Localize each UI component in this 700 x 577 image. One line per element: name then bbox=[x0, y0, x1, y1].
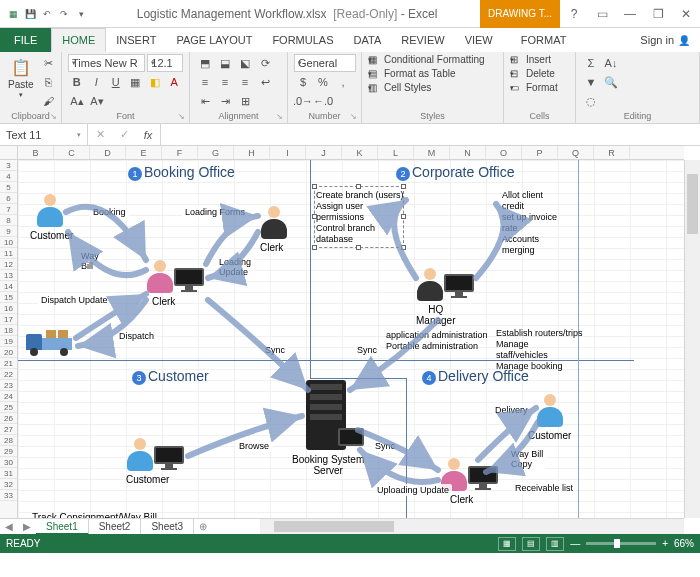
tab-formulas[interactable]: FORMULAS bbox=[262, 28, 343, 52]
orientation-icon[interactable]: ⟳ bbox=[256, 54, 274, 72]
group-font: Times New R▾ 12.1▾ B I U ▦ ◧ A A▴ A▾ Fon… bbox=[62, 52, 190, 123]
launcher-icon[interactable]: ↘ bbox=[276, 112, 283, 121]
increase-decimal-icon[interactable]: .0→ bbox=[294, 92, 312, 110]
row-headers[interactable]: 3456789101112131415161718192021222324252… bbox=[0, 160, 18, 534]
wrap-text-icon[interactable]: ↩ bbox=[256, 73, 274, 91]
name-box[interactable]: Text 11▾ bbox=[0, 124, 88, 145]
align-top-icon[interactable]: ⬒ bbox=[196, 54, 214, 72]
sheet-nav-prev-icon[interactable]: ◀ bbox=[0, 521, 18, 532]
sheet-tab-1[interactable]: Sheet1 bbox=[36, 519, 89, 535]
font-color-button[interactable]: A bbox=[166, 73, 184, 91]
delete-cells-button[interactable]: ⊟Delete ▾ bbox=[510, 68, 558, 79]
sheet-tab-2[interactable]: Sheet2 bbox=[89, 519, 142, 535]
align-center-icon[interactable]: ≡ bbox=[216, 73, 234, 91]
cell-styles-button[interactable]: ▥Cell Styles ▾ bbox=[368, 82, 485, 93]
tab-review[interactable]: REVIEW bbox=[391, 28, 454, 52]
find-select-icon[interactable]: 🔍 bbox=[602, 73, 620, 91]
cancel-formula-icon[interactable]: ✕ bbox=[88, 128, 112, 141]
tab-insert[interactable]: INSERT bbox=[106, 28, 166, 52]
launcher-icon[interactable]: ↘ bbox=[50, 112, 57, 121]
sheet-nav-next-icon[interactable]: ▶ bbox=[18, 521, 36, 532]
status-bar: READY ▦ ▤ ▥ — + 66% bbox=[0, 534, 700, 553]
fill-color-button[interactable]: ◧ bbox=[146, 73, 164, 91]
formula-bar: Text 11▾ ✕ ✓ fx bbox=[0, 124, 700, 146]
zoom-in-icon[interactable]: + bbox=[662, 538, 668, 549]
zoom-out-icon[interactable]: — bbox=[570, 538, 580, 549]
save-icon[interactable]: 💾 bbox=[23, 7, 37, 21]
font-name-combo[interactable]: Times New R▾ bbox=[68, 54, 145, 72]
launcher-icon[interactable]: ↘ bbox=[350, 112, 357, 121]
increase-font-icon[interactable]: A▴ bbox=[68, 92, 86, 110]
normal-view-icon[interactable]: ▦ bbox=[498, 537, 516, 551]
insert-cells-button[interactable]: ⊞Insert ▾ bbox=[510, 54, 558, 65]
decrease-indent-icon[interactable]: ⇤ bbox=[196, 92, 214, 110]
close-icon[interactable]: ✕ bbox=[672, 0, 700, 28]
align-left-icon[interactable]: ≡ bbox=[196, 73, 214, 91]
percent-format-icon[interactable]: % bbox=[314, 73, 332, 91]
border-button[interactable]: ▦ bbox=[127, 73, 145, 91]
enter-formula-icon[interactable]: ✓ bbox=[112, 128, 136, 141]
increase-indent-icon[interactable]: ⇥ bbox=[216, 92, 234, 110]
restore-icon[interactable]: ❐ bbox=[644, 0, 672, 28]
minimize-icon[interactable]: — bbox=[616, 0, 644, 28]
sheet-tab-3[interactable]: Sheet3 bbox=[141, 519, 194, 535]
redo-icon[interactable]: ↷ bbox=[57, 7, 71, 21]
italic-button[interactable]: I bbox=[88, 73, 106, 91]
tab-view[interactable]: VIEW bbox=[455, 28, 503, 52]
paste-button[interactable]: 📋 Paste▾ bbox=[6, 54, 36, 101]
align-right-icon[interactable]: ≡ bbox=[236, 73, 254, 91]
decrease-font-icon[interactable]: A▾ bbox=[88, 92, 106, 110]
tab-page-layout[interactable]: PAGE LAYOUT bbox=[166, 28, 262, 52]
number-format-combo[interactable]: General▾ bbox=[294, 54, 356, 72]
merge-center-icon[interactable]: ⊞ bbox=[236, 92, 254, 110]
autosum-icon[interactable]: Σ bbox=[582, 54, 600, 72]
font-size-combo[interactable]: 12.1▾ bbox=[147, 54, 183, 72]
group-alignment: ⬒ ⬓ ⬕ ⟳ ≡ ≡ ≡ ↩ ⇤ ⇥ ⊞ Alignment↘ bbox=[190, 52, 288, 123]
cut-icon[interactable]: ✂ bbox=[40, 54, 58, 72]
align-bottom-icon[interactable]: ⬕ bbox=[236, 54, 254, 72]
new-sheet-icon[interactable]: ⊕ bbox=[194, 521, 212, 532]
bold-button[interactable]: B bbox=[68, 73, 86, 91]
accounting-format-icon[interactable]: $ bbox=[294, 73, 312, 91]
group-label-font: Font bbox=[116, 111, 134, 121]
conditional-formatting-button[interactable]: ▦Conditional Formatting ▾ bbox=[368, 54, 485, 65]
fx-icon[interactable]: fx bbox=[136, 129, 160, 141]
fill-icon[interactable]: ▼ bbox=[582, 73, 600, 91]
contextual-tab-drawing: DRAWING T... bbox=[480, 0, 560, 28]
horizontal-scrollbar[interactable] bbox=[260, 518, 684, 534]
help-icon[interactable]: ? bbox=[560, 0, 588, 28]
cells-canvas[interactable]: 1Booking Office 2Corporate Office 3Custo… bbox=[18, 160, 684, 518]
tab-home[interactable]: HOME bbox=[51, 28, 106, 52]
format-painter-icon[interactable]: 🖌 bbox=[40, 92, 58, 110]
group-cells: ⊞Insert ▾ ⊟Delete ▾ ▭Format ▾ Cells bbox=[504, 52, 576, 123]
clear-icon[interactable]: ◌ bbox=[582, 92, 600, 110]
sign-in-link[interactable]: Sign in👤 bbox=[630, 28, 700, 52]
page-layout-view-icon[interactable]: ▤ bbox=[522, 537, 540, 551]
tab-data[interactable]: DATA bbox=[344, 28, 392, 52]
sheet-tabs: ◀ ▶ Sheet1 Sheet2 Sheet3 ⊕ bbox=[0, 518, 260, 534]
copy-icon[interactable]: ⎘ bbox=[40, 73, 58, 91]
excel-icon: ▦ bbox=[6, 7, 20, 21]
underline-button[interactable]: U bbox=[107, 73, 125, 91]
group-label-clipboard: Clipboard bbox=[11, 111, 50, 121]
sort-filter-icon[interactable]: A↓ bbox=[602, 54, 620, 72]
zoom-level[interactable]: 66% bbox=[674, 538, 694, 549]
decrease-decimal-icon[interactable]: ←.0 bbox=[314, 92, 332, 110]
format-cells-button[interactable]: ▭Format ▾ bbox=[510, 82, 558, 93]
select-all-corner[interactable] bbox=[0, 146, 18, 160]
page-break-view-icon[interactable]: ▥ bbox=[546, 537, 564, 551]
tab-file[interactable]: FILE bbox=[0, 28, 51, 52]
vertical-scrollbar[interactable] bbox=[684, 160, 700, 518]
column-headers[interactable]: BCDEFGHIJKLMNOPQR bbox=[18, 146, 684, 160]
tab-format[interactable]: FORMAT bbox=[511, 28, 577, 52]
ribbon-display-icon[interactable]: ▭ bbox=[588, 0, 616, 28]
flow-arrows bbox=[18, 160, 638, 518]
zoom-slider[interactable] bbox=[586, 542, 656, 545]
qat-customize-icon[interactable]: ▾ bbox=[74, 7, 88, 21]
formula-input[interactable] bbox=[161, 124, 700, 145]
align-middle-icon[interactable]: ⬓ bbox=[216, 54, 234, 72]
launcher-icon[interactable]: ↘ bbox=[178, 112, 185, 121]
format-as-table-button[interactable]: ▤Format as Table ▾ bbox=[368, 68, 485, 79]
undo-icon[interactable]: ↶ bbox=[40, 7, 54, 21]
comma-format-icon[interactable]: , bbox=[334, 73, 352, 91]
